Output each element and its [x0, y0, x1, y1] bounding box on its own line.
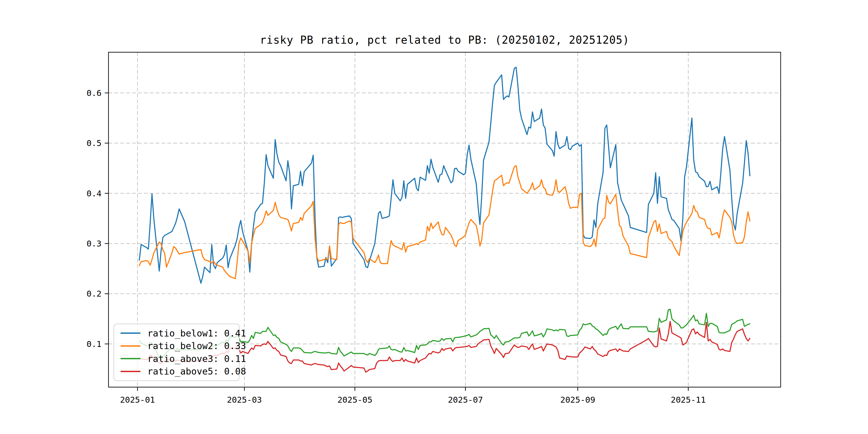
y-tick-label: 0.3 [87, 239, 101, 248]
legend-line-swatch-green [121, 358, 141, 359]
legend: ratio_below1: 0.41 ratio_below2: 0.33 ra… [114, 323, 240, 381]
legend-item-ratio-below2: ratio_below2: 0.33 [121, 341, 239, 351]
x-tick-label: 2025-09 [560, 395, 595, 405]
legend-line-swatch-red [121, 371, 141, 372]
y-tick-label: 0.2 [87, 289, 101, 299]
x-tick-label: 2025-05 [337, 395, 372, 405]
legend-line-swatch-blue [121, 333, 141, 334]
x-tick-label: 2025-01 [120, 395, 155, 405]
legend-item-ratio-below1: ratio_below1: 0.41 [121, 328, 239, 339]
x-tick-label: 2025-03 [227, 395, 262, 405]
y-tick-label: 0.1 [87, 339, 101, 349]
x-tick-label: 2025-07 [448, 395, 483, 405]
x-tick-label: 2025-11 [671, 395, 706, 405]
series-line-ratio_below2 [139, 166, 750, 279]
y-tick-label: 0.4 [87, 189, 101, 198]
series-line-ratio_below1 [139, 67, 750, 283]
legend-label: ratio_below2: 0.33 [147, 341, 246, 351]
legend-label: ratio_above5: 0.08 [147, 366, 246, 377]
legend-label: ratio_below1: 0.41 [147, 328, 246, 339]
y-tick-label: 0.5 [87, 138, 101, 148]
y-tick-label: 0.6 [87, 88, 101, 98]
chart-title: risky PB ratio, pct related to PB: (2025… [108, 34, 781, 46]
legend-line-swatch-orange [121, 345, 141, 347]
legend-label: ratio_above3: 0.11 [147, 353, 246, 364]
figure-canvas: 2025-012025-032025-052025-072025-092025-… [0, 0, 868, 434]
legend-item-ratio-above5: ratio_above5: 0.08 [121, 366, 239, 377]
legend-item-ratio-above3: ratio_above3: 0.11 [121, 353, 239, 364]
